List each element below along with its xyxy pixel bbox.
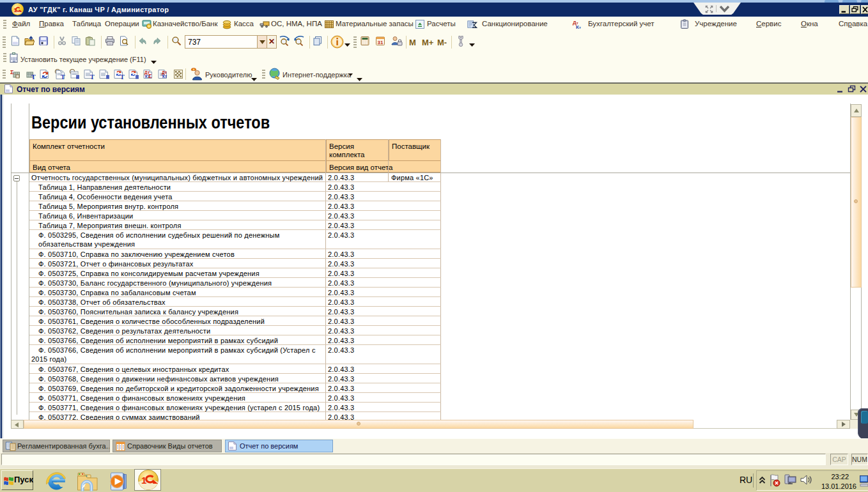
svg-text:Т: Т xyxy=(31,73,36,80)
svg-text:Т: Т xyxy=(120,73,125,80)
svg-text:Т: Т xyxy=(90,73,95,80)
svg-text:Кт: Кт xyxy=(162,74,167,79)
svg-text:Кт: Кт xyxy=(576,24,581,29)
svg-text:Σ: Σ xyxy=(148,73,152,79)
svg-text:31: 31 xyxy=(378,40,384,45)
svg-text:Σ: Σ xyxy=(10,69,14,75)
svg-text:Т: Т xyxy=(61,73,65,80)
